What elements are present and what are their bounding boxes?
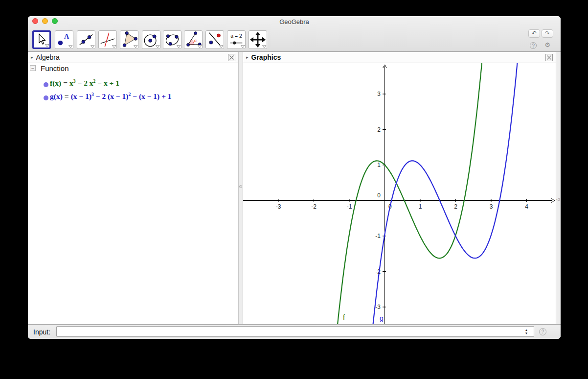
origin-label-y: 0: [377, 192, 381, 199]
window-chrome: GeoGebra A: [28, 16, 561, 52]
graphics-panel: ▸ Graphics -3-2-11234-3-2-112300fg: [243, 52, 556, 324]
y-tick-label: -3: [375, 304, 381, 310]
tree-node-function[interactable]: Function: [41, 64, 69, 72]
tool-angle-button[interactable]: α: [184, 30, 203, 49]
curve-label-g: g: [380, 314, 384, 322]
tool-dropdown-icon[interactable]: [156, 45, 160, 48]
x-tick-label: -2: [311, 203, 317, 210]
tool-dropdown-icon[interactable]: [68, 45, 73, 48]
y-tick-label: -1: [375, 233, 381, 239]
tool-move-graphics-view-button[interactable]: [249, 30, 267, 49]
y-tick-label: 2: [377, 126, 381, 133]
tool-slider-button[interactable]: a = 2: [227, 30, 246, 49]
x-tick-label: 1: [419, 203, 422, 210]
algebra-panel-title: Algebra: [36, 53, 60, 61]
tool-perpendicular-line-button[interactable]: [98, 30, 117, 49]
curve-g: [243, 63, 556, 324]
tool-dropdown-icon[interactable]: [177, 45, 181, 48]
close-icon: [228, 54, 235, 61]
svg-text:A: A: [64, 32, 69, 40]
graphics-panel-header[interactable]: ▸ Graphics: [243, 52, 556, 63]
x-tick-label: -1: [347, 203, 352, 210]
redo-icon: ↷: [545, 30, 550, 37]
gear-icon[interactable]: ⚙: [543, 41, 551, 49]
curve-label-f: f: [343, 313, 345, 321]
geogebra-window: GeoGebra A: [28, 16, 561, 339]
splitter-handle-icon[interactable]: [239, 185, 242, 188]
close-icon: [545, 54, 553, 61]
tool-move-button[interactable]: [32, 30, 51, 49]
graphics-view[interactable]: -3-2-11234-3-2-112300fg: [243, 63, 556, 324]
tool-dropdown-icon[interactable]: [112, 45, 116, 48]
tool-ellipse-button[interactable]: [163, 30, 181, 49]
undo-icon: ↶: [532, 30, 537, 37]
collapse-node-icon[interactable]: −: [30, 65, 36, 71]
spinner-up-icon[interactable]: ▲: [523, 328, 529, 332]
svg-text:α: α: [194, 38, 197, 43]
algebra-close-button[interactable]: [228, 54, 235, 61]
collapse-panel-arrow-icon[interactable]: ◁: [556, 197, 560, 202]
input-history-spinner[interactable]: ▲ ▼: [523, 328, 529, 336]
panel-menu-arrow-icon[interactable]: ▸: [246, 55, 249, 60]
input-label: Input:: [33, 328, 50, 336]
redo-button[interactable]: ↷: [542, 29, 553, 38]
tool-dropdown-icon[interactable]: [45, 44, 49, 47]
x-tick-label: 3: [490, 203, 493, 210]
function-definition-g: g(x)=(x − 1)3 − 2 (x − 1)2 − (x − 1) + 1: [50, 92, 172, 101]
input-bar: Input: ▲ ▼ ?: [28, 324, 561, 339]
curve-f: [243, 63, 556, 324]
x-tick-label: 4: [525, 203, 528, 210]
tool-circle-button[interactable]: [142, 30, 160, 49]
tool-polygon-button[interactable]: [120, 30, 138, 49]
function-definition-f: f(x)=x3 − 2 x2 − x + 1: [50, 79, 119, 88]
algebra-panel-header[interactable]: ▸ Algebra: [28, 52, 238, 63]
input-field[interactable]: [56, 326, 534, 337]
visibility-bullet[interactable]: [44, 95, 48, 100]
tool-dropdown-icon[interactable]: [219, 45, 224, 48]
graphics-panel-title: Graphics: [251, 53, 281, 61]
panel-menu-arrow-icon[interactable]: ▸: [31, 55, 33, 60]
y-tick-label: 3: [377, 91, 381, 97]
tool-dropdown-icon[interactable]: [262, 45, 267, 48]
tool-point-button[interactable]: A: [55, 30, 73, 49]
graphics-close-button[interactable]: [545, 54, 553, 61]
x-tick-label: -3: [276, 203, 281, 210]
tool-dropdown-icon[interactable]: [241, 45, 245, 48]
panel-splitter[interactable]: [238, 52, 243, 324]
visibility-bullet[interactable]: [44, 82, 48, 87]
help-icon[interactable]: ?: [530, 42, 537, 49]
tool-line-button[interactable]: [77, 30, 95, 49]
content-area: ▸ Algebra − Function f(x)=x3 − 2 x2 − x …: [28, 52, 561, 324]
algebra-panel: ▸ Algebra − Function f(x)=x3 − 2 x2 − x …: [28, 52, 238, 324]
undo-button[interactable]: ↶: [528, 29, 540, 38]
tool-dropdown-icon[interactable]: [198, 45, 202, 48]
algebra-tree: − Function f(x)=x3 − 2 x2 − x + 1 g(x)=(…: [28, 63, 238, 324]
svg-text:a = 2: a = 2: [230, 33, 242, 39]
desktop: { "window": { "title": "GeoGebra", "traf…: [0, 0, 588, 379]
y-tick-label: 1: [377, 162, 381, 168]
x-tick-label: 2: [454, 203, 457, 210]
tool-reflect-button[interactable]: [205, 30, 224, 49]
spinner-down-icon[interactable]: ▼: [523, 332, 529, 335]
tool-dropdown-icon[interactable]: [134, 45, 138, 48]
tool-dropdown-icon[interactable]: [90, 45, 95, 48]
input-help-icon[interactable]: ?: [539, 328, 546, 335]
right-gutter: ◁: [556, 52, 561, 324]
window-title: GeoGebra: [28, 18, 561, 25]
